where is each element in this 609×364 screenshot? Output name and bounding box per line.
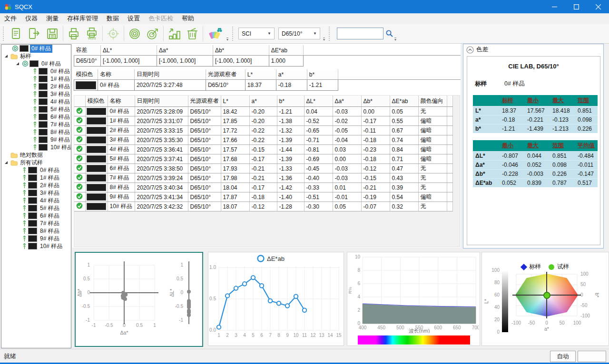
dE-trend-chart-card[interactable]: ΔE*ab1234567891011121314150.00.51.0	[208, 252, 344, 346]
tree-item-5# 样品[interactable]: 5# 样品	[1, 105, 71, 113]
column-header[interactable]: L*	[245, 69, 276, 80]
delta-ab-chart-card[interactable]: -1-1-0.5-0.5000.50.511Δb*Δa*10.50-0.5-1Δ…	[75, 252, 203, 347]
column-header[interactable]: L*	[221, 96, 249, 107]
tree-item-3# 样品[interactable]: 3# 样品	[1, 189, 71, 197]
column-header[interactable]: 模拟色	[74, 69, 98, 80]
tree-item-1# 样品[interactable]: 1# 样品	[1, 174, 71, 182]
tree-item-1# 样品[interactable]: 1# 样品	[1, 75, 71, 83]
standard-target-button[interactable]	[126, 25, 144, 43]
table-row[interactable]: 3# 样品2020/7/25 3:35:30D65/10°17.66-0.22-…	[74, 135, 452, 145]
tree-item-0# 样品[interactable]: 0# 样品	[1, 166, 71, 174]
tree-item-7# 样品[interactable]: 7# 样品	[1, 121, 71, 128]
tree-item-2# 样品[interactable]: 2# 样品	[1, 83, 71, 90]
color-match-button[interactable]	[205, 25, 226, 43]
sample-cell: -0.17	[249, 183, 277, 192]
column-header[interactable]: 颜色偏向	[418, 96, 447, 107]
tree-item-2# 样品[interactable]: 2# 样品	[1, 182, 71, 189]
menu-item-存样库管理[interactable]: 存样库管理	[63, 13, 102, 24]
column-header[interactable]: a*	[249, 96, 277, 107]
auto-button[interactable]: 自动	[550, 351, 576, 362]
collapse-icon[interactable]	[466, 46, 474, 54]
tree-item-绝对数据[interactable]: 绝对数据	[1, 151, 71, 159]
sample-target-button[interactable]	[144, 25, 162, 43]
column-header[interactable]: 日期时间	[135, 96, 188, 107]
column-header[interactable]: 名称	[108, 96, 135, 107]
delete-trash-button[interactable]	[183, 25, 201, 43]
menu-item-数据[interactable]: 数据	[102, 13, 123, 24]
search-icon[interactable]	[385, 29, 393, 38]
column-header[interactable]: Δa*	[157, 45, 213, 56]
menu-item-文件[interactable]: 文件	[0, 13, 21, 24]
table-row[interactable]: 8# 样品2020/7/25 3:40:34D65/10°18.04-0.17-…	[74, 183, 452, 192]
column-header[interactable]	[74, 96, 85, 107]
table-row[interactable]: 6# 样品2020/7/25 3:38:50D65/10°17.93-0.21-…	[74, 164, 452, 173]
column-header[interactable]: Δb*	[361, 96, 390, 107]
toolbar-overflow-icon[interactable]: ▾	[226, 38, 228, 42]
tree-item-所有试样[interactable]: 所有试样	[1, 159, 71, 166]
tree-expander-icon[interactable]	[16, 62, 22, 65]
tree-item-0# 样品[interactable]: 0# 样品	[1, 60, 71, 67]
tree-item-9# 样品[interactable]: 9# 样品	[1, 136, 71, 144]
tree-item-8# 样品[interactable]: 8# 样品	[1, 227, 71, 235]
column-header[interactable]: ΔE*ab	[269, 45, 303, 56]
tree-item-0# 样品[interactable]: 0# 样品	[1, 45, 71, 52]
search-input[interactable]	[337, 28, 383, 39]
close-button[interactable]	[587, 0, 609, 13]
lab-gamut-chart-card[interactable]: -100-50050100100500-50-100100806040200a*…	[481, 252, 609, 346]
column-header[interactable]: ΔE*ab	[390, 96, 418, 107]
tree-item-8# 样品[interactable]: 8# 样品	[1, 128, 71, 136]
toolbar-overflow-icon[interactable]: ▾	[394, 38, 396, 42]
table-row[interactable]: 9# 样品2020/7/25 3:41:34D65/10°17.87-0.18-…	[74, 192, 452, 202]
tree-item-0# 样品[interactable]: 0# 样品	[1, 67, 71, 75]
menu-item-仪器[interactable]: 仪器	[21, 13, 42, 24]
combo-geometry-dropdown[interactable]: SCI▼	[238, 28, 275, 39]
tree-item-5# 样品[interactable]: 5# 样品	[1, 204, 71, 212]
column-header[interactable]: 日期时间	[134, 69, 206, 80]
column-header[interactable]: b*	[307, 69, 338, 80]
table-row[interactable]: 1# 样品2020/7/25 3:31:07D65/10°17.85-0.20-…	[74, 116, 452, 126]
column-header[interactable]: ΔL*	[100, 45, 157, 56]
table-row[interactable]: 0# 样品2020/7/25 3:28:09D65/10°18.42-0.20-…	[74, 107, 452, 116]
tree-expander-icon[interactable]	[5, 55, 10, 57]
tree-item-标样[interactable]: 标样	[1, 52, 71, 60]
tree-item-10# 样品[interactable]: 10# 样品	[1, 242, 71, 250]
column-header[interactable]: b*	[277, 96, 304, 107]
statistics-chart-button[interactable]	[165, 25, 183, 43]
column-header[interactable]: 模拟色	[85, 96, 108, 107]
tree-item-3# 样品[interactable]: 3# 样品	[1, 90, 71, 98]
tree-item-6# 样品[interactable]: 6# 样品	[1, 113, 71, 121]
toolbar-overflow-icon[interactable]: ▾	[323, 38, 325, 42]
column-header[interactable]: ΔL*	[304, 96, 333, 107]
minimize-button[interactable]	[543, 0, 565, 13]
tree-expander-icon[interactable]	[5, 161, 10, 164]
menu-item-设置[interactable]: 设置	[123, 13, 144, 24]
table-row[interactable]: 2# 样品2020/7/25 3:33:15D65/10°17.72-0.22-…	[74, 126, 452, 135]
menu-item-测量[interactable]: 测量	[42, 13, 63, 24]
export-sample-button[interactable]	[25, 25, 43, 43]
print-button[interactable]	[65, 25, 83, 43]
save-button[interactable]	[43, 25, 61, 43]
spectral-chart-card[interactable]: 4004505005506006507000246810R%波长(nm)	[347, 252, 480, 346]
tree-item-9# 样品[interactable]: 9# 样品	[1, 235, 71, 242]
column-header[interactable]: Δb*	[213, 45, 269, 56]
column-header[interactable]: a*	[276, 69, 307, 80]
combo-illuminant-dropdown[interactable]: D65/10°▼	[278, 28, 320, 39]
tree-item-7# 样品[interactable]: 7# 样品	[1, 220, 71, 227]
new-document-button[interactable]	[7, 25, 25, 43]
column-header[interactable]: 名称	[98, 69, 134, 80]
column-header[interactable]: 光源观察者	[188, 96, 221, 107]
table-row[interactable]: 10# 样品2020/7/25 3:42:32D65/10°18.07-0.12…	[74, 202, 452, 211]
table-row[interactable]: 4# 样品2020/7/25 3:36:41D65/10°17.57-0.15-…	[74, 145, 452, 154]
column-header[interactable]: 光源观察者	[206, 69, 245, 80]
tree-item-4# 样品[interactable]: 4# 样品	[1, 98, 71, 105]
menu-item-帮助[interactable]: 帮助	[177, 13, 198, 24]
print-word-button[interactable]: Word	[83, 25, 101, 43]
table-row[interactable]: 5# 样品2020/7/25 3:37:41D65/10°17.68-0.17-…	[74, 154, 452, 164]
column-header[interactable]: 容差	[74, 45, 101, 56]
table-row[interactable]: 7# 样品2020/7/25 3:39:24D65/10°17.98-0.21-…	[74, 173, 452, 183]
tree-item-6# 样品[interactable]: 6# 样品	[1, 212, 71, 220]
tree-item-10# 样品[interactable]: 10# 样品	[1, 144, 71, 151]
maximize-button[interactable]	[565, 0, 587, 13]
column-header[interactable]: Δa*	[333, 96, 361, 107]
tree-item-4# 样品[interactable]: 4# 样品	[1, 197, 71, 204]
